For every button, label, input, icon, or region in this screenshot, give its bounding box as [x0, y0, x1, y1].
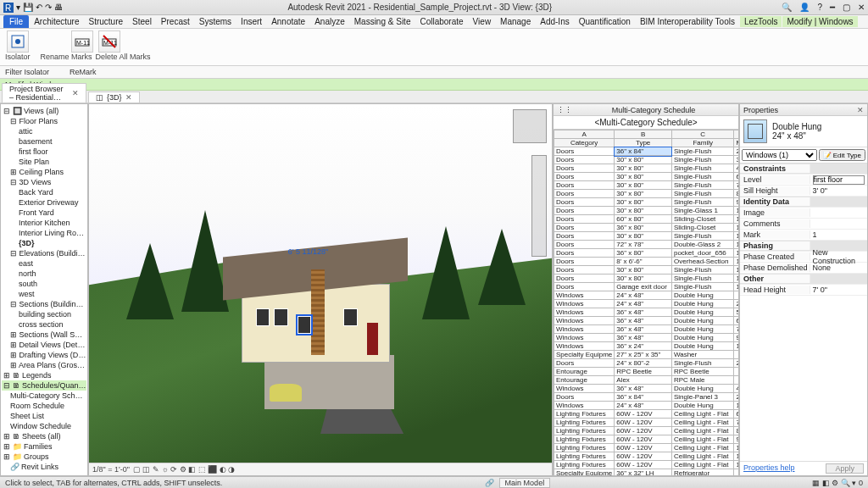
close-icon[interactable]: ✕	[125, 93, 132, 102]
maximize-icon[interactable]: ▢	[843, 3, 850, 12]
close-icon[interactable]: ✕	[857, 106, 864, 114]
isolator-icon[interactable]	[7, 30, 29, 53]
minimize-icon[interactable]: ━	[830, 3, 835, 12]
table-row[interactable]: Lighting Fixtures60W - 120VCeiling Light…	[554, 444, 739, 452]
tree-legends[interactable]: ⊞ 🗎 Legends	[2, 370, 86, 380]
tab-structure[interactable]: Structure	[84, 16, 127, 27]
close-icon[interactable]: ✕	[72, 89, 79, 97]
tab-massing[interactable]: Massing & Site	[350, 16, 415, 27]
tree-sheets[interactable]: ⊞ 🗎 Sheets (all)	[2, 431, 86, 441]
search-icon[interactable]: 🔍	[782, 3, 792, 12]
table-row[interactable]: Doors60" x 80"Sliding-Closet11	[554, 215, 739, 224]
sill-value[interactable]: 3' 0"	[810, 186, 868, 195]
table-row[interactable]: Doors36" x 84"Single-Panel 327	[554, 393, 739, 402]
tree-floor-plans[interactable]: ⊟ Floor Plans	[2, 116, 86, 126]
table-row[interactable]: Doors36" x 80"pocket_door_65615	[554, 249, 739, 258]
ribbon-isolator[interactable]: Isolator	[5, 30, 31, 61]
table-row[interactable]: Doors36" x 84"Single-Flush2	[554, 147, 739, 156]
tab-systems[interactable]: Systems	[195, 16, 236, 27]
table-row[interactable]: Lighting Fixtures60W - 120VCeiling Light…	[554, 452, 739, 461]
close-icon[interactable]: ✕	[858, 3, 865, 12]
table-row[interactable]: Windows24" x 48"Double Hung	[554, 291, 739, 300]
tree-families[interactable]: ⊞ 📁 Families	[2, 441, 86, 452]
tree-sections-wall[interactable]: ⊞ Sections (Wall Section)	[2, 330, 86, 340]
tree-3d-views[interactable]: ⊟ 3D Views	[2, 177, 86, 187]
tab-steel[interactable]: Steel	[128, 16, 156, 27]
table-row[interactable]: Doors30" x 80"Single-Flush8	[554, 190, 739, 198]
qat-undo-icon[interactable]: ↶	[36, 3, 42, 12]
table-row[interactable]: Doors30" x 80"Single-Flush4	[554, 164, 739, 173]
tab-3d-view[interactable]: ◫ {3D} ✕	[88, 92, 140, 103]
table-row[interactable]: Doors30" x 80"Single-Flush17	[554, 266, 739, 274]
tree-item[interactable]: Sheet List	[2, 411, 86, 421]
tab-project-browser[interactable]: Project Browser – Residential… ✕	[2, 83, 86, 103]
tab-modify-windows[interactable]: Modify | Windows	[782, 16, 857, 27]
viewport-3d[interactable]: 6' 5 11/128"	[89, 104, 552, 463]
table-row[interactable]: Doors30" x 80"Single-Flush13	[554, 232, 739, 241]
apply-button[interactable]: Apply	[826, 463, 864, 474]
table-row[interactable]: Windows36" x 48"Double Hung6	[554, 317, 739, 325]
head-height-value[interactable]: 7' 0"	[810, 286, 868, 294]
tab-insert[interactable]: Insert	[236, 16, 266, 27]
table-row[interactable]: Doors8' x 6'-6"Overhead-Section16	[554, 258, 739, 266]
table-row[interactable]: Doors72" x 78"Double-Glass 214	[554, 241, 739, 249]
properties-help-link[interactable]: Properties help	[743, 463, 795, 474]
tree-detail-views[interactable]: ⊞ Detail Views (Detail)	[2, 340, 86, 350]
tab-manage[interactable]: Manage	[496, 16, 535, 27]
view-cube[interactable]	[513, 109, 547, 143]
phase-demol-value[interactable]: None	[810, 263, 868, 272]
tree-item[interactable]: Window Schedule	[2, 421, 86, 431]
table-row[interactable]: Doors36" x 80"Sliding-Closet12	[554, 224, 739, 232]
table-row[interactable]: Doors30" x 80"Single-Glass 11	[554, 207, 739, 215]
qat-print-icon[interactable]: 🖶	[54, 3, 63, 12]
table-row[interactable]: Doors24" x 80"-2Single-Flush20	[554, 359, 739, 368]
tab-leztools[interactable]: LezTools	[740, 16, 782, 27]
table-row[interactable]: Windows24" x 48"Double Hung14	[554, 402, 739, 410]
table-row[interactable]: Lighting Fixtures60W - 120VCeiling Light…	[554, 427, 739, 435]
tree-item[interactable]: building section	[2, 309, 86, 319]
tree-views[interactable]: ⊟ 🔲 Views (all)	[2, 106, 86, 116]
tree-item[interactable]: east	[2, 258, 86, 269]
tree-item[interactable]: Multi-Category Schedule	[2, 391, 86, 401]
qat[interactable]: R ▾ 💾 ↶ ↷ 🖶	[3, 3, 63, 13]
table-row[interactable]: Lighting Fixtures60W - 120VCeiling Light…	[554, 410, 739, 419]
tab-annotate[interactable]: Annotate	[267, 16, 309, 27]
qat-save-icon[interactable]: 💾	[23, 3, 33, 12]
selected-window[interactable]	[298, 316, 311, 334]
tree-groups[interactable]: ⊞ 📁 Groups	[2, 452, 86, 462]
tree-item[interactable]: attic	[2, 126, 86, 136]
table-row[interactable]: Windows24" x 48"Double Hung2	[554, 300, 739, 308]
table-row[interactable]: Doors30" x 80"Single-Flush7	[554, 181, 739, 190]
tree-item[interactable]: Back Yard	[2, 187, 86, 197]
level-input[interactable]	[813, 175, 865, 185]
tab-addins[interactable]: Add-Ins	[536, 16, 573, 27]
delete-marks-icon[interactable]: M-11	[98, 30, 120, 53]
tree-item[interactable]: basement	[2, 136, 86, 147]
tree-item[interactable]: Front Yard	[2, 208, 86, 218]
tree-item[interactable]: west	[2, 289, 86, 299]
table-row[interactable]: EntourageRPC BeetleRPC Beetle	[554, 368, 739, 376]
table-row[interactable]: Windows36" x 48"Double Hung7	[554, 325, 739, 334]
tab-architecture[interactable]: Architecture	[30, 16, 83, 27]
tab-analyze[interactable]: Analyze	[310, 16, 349, 27]
scale-label[interactable]: 1/8" = 1'-0"	[92, 465, 130, 474]
tab-bim-tools[interactable]: BIM Interoperability Tools	[636, 16, 739, 27]
tab-view[interactable]: View	[469, 16, 496, 27]
ribbon-rename[interactable]: M-11 M-11 Rename Marks Delete All Marks	[41, 30, 151, 61]
tree-sections-building[interactable]: ⊟ Sections (Building Section	[2, 299, 86, 309]
tree-schedules[interactable]: ⊟ 🗎 Schedules/Quantities (all)	[2, 380, 86, 391]
rename-marks-icon[interactable]: M-11	[71, 30, 93, 53]
tab-collaborate[interactable]: Collaborate	[415, 16, 467, 27]
table-row[interactable]: Windows36" x 48"Double Hung4	[554, 385, 739, 393]
tree-area-plans[interactable]: ⊞ Area Plans (Gross Building	[2, 360, 86, 370]
view-control-icons[interactable]: ▢ ◫ ✎ ☼ ⟳ ⚙ ◧ ⬚ ⬛ ◐ ◑	[133, 465, 235, 474]
nav-bar[interactable]	[531, 155, 547, 257]
tree-item[interactable]: Interior Kitchen	[2, 218, 86, 228]
edit-type-button[interactable]: 📝 Edit Type	[819, 149, 865, 161]
table-row[interactable]: Lighting Fixtures60W - 120VCeiling Light…	[554, 461, 739, 469]
type-selector[interactable]: Double Hung 24" x 48"	[740, 116, 867, 147]
tree-item[interactable]: north	[2, 269, 86, 279]
tree-item[interactable]: south	[2, 279, 86, 289]
user-icon[interactable]: 👤	[799, 3, 810, 12]
qat-redo-icon[interactable]: ↷	[45, 3, 52, 12]
